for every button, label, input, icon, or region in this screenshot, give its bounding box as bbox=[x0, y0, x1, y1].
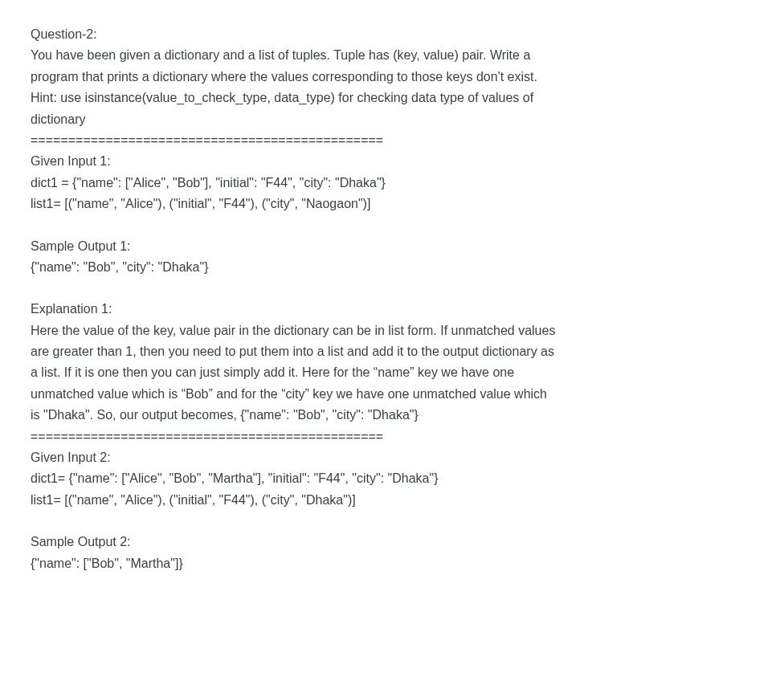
blank-line bbox=[31, 278, 753, 299]
sample-output-2-label: Sample Output 2: bbox=[31, 532, 753, 553]
prompt-text-line: You have been given a dictionary and a l… bbox=[31, 45, 753, 66]
explanation-1-line: unmatched value which is “Bob” and for t… bbox=[31, 384, 753, 405]
divider-line: ========================================… bbox=[31, 130, 753, 151]
blank-line bbox=[31, 215, 753, 236]
sample-output-2-value: {"name": ["Bob", "Martha"]} bbox=[31, 553, 753, 574]
input-1-list: list1= [("name", "Alice"), ("initial", "… bbox=[31, 194, 753, 214]
sample-output-1-value: {"name": "Bob", "city": "Dhaka"} bbox=[31, 257, 753, 278]
blank-line bbox=[31, 511, 753, 532]
given-input-1-label: Given Input 1: bbox=[31, 151, 753, 172]
question-document: Question-2: You have been given a dictio… bbox=[31, 24, 753, 574]
hint-text-line: Hint: use isinstance(value_to_check_type… bbox=[31, 88, 753, 108]
hint-text-line: dictionary bbox=[31, 109, 753, 130]
prompt-text-line: program that prints a dictionary where t… bbox=[31, 67, 753, 88]
question-label: Question-2: bbox=[31, 24, 753, 45]
explanation-1-line: a list. If it is one then you can just s… bbox=[31, 362, 753, 383]
divider-line: ========================================… bbox=[31, 426, 753, 447]
explanation-1-line: are greater than 1, then you need to put… bbox=[31, 341, 753, 362]
explanation-1-line: is "Dhaka". So, our output becomes, {"na… bbox=[31, 405, 753, 426]
given-input-2-label: Given Input 2: bbox=[31, 447, 753, 468]
input-2-dict: dict1= {"name": ["Alice", "Bob", "Martha… bbox=[31, 468, 753, 489]
input-2-list: list1= [("name", "Alice"), ("initial", "… bbox=[31, 490, 753, 511]
explanation-1-label: Explanation 1: bbox=[31, 299, 753, 320]
sample-output-1-label: Sample Output 1: bbox=[31, 236, 753, 257]
input-1-dict: dict1 = {"name": ["Alice", "Bob"], "init… bbox=[31, 173, 753, 194]
explanation-1-line: Here the value of the key, value pair in… bbox=[31, 320, 753, 341]
